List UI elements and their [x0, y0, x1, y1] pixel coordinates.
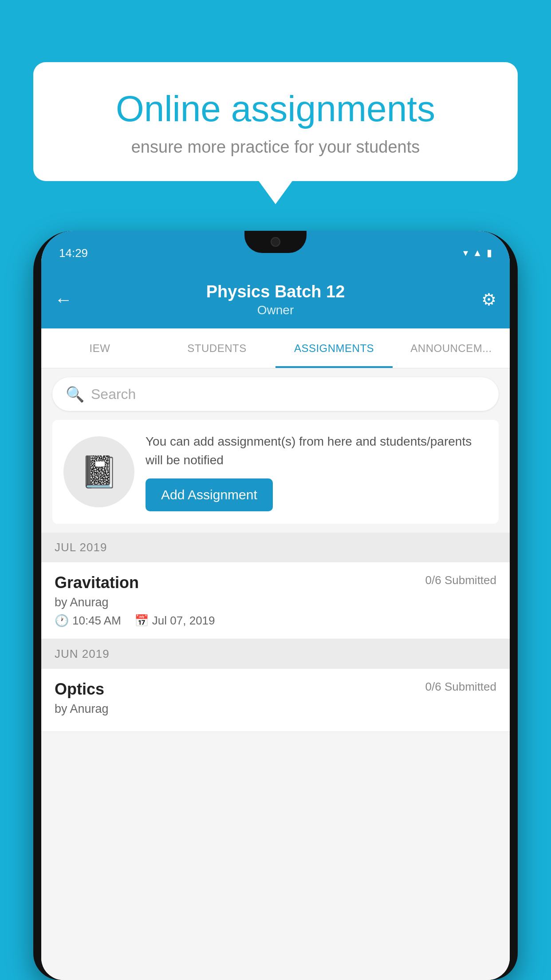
clock-icon: 🕐: [55, 614, 69, 628]
header-title-container: Physics Batch 12 Owner: [206, 282, 345, 317]
status-bar: 14:29 ▾ ▲ ▮: [41, 231, 510, 271]
assignment-author: by Anurag: [55, 596, 496, 609]
speech-bubble: Online assignments ensure more practice …: [33, 62, 518, 181]
back-button[interactable]: ←: [55, 290, 72, 310]
assignment-name: Gravitation: [55, 573, 139, 592]
assignment-submitted-optics: 0/6 Submitted: [425, 680, 496, 694]
assignment-top-row-optics: Optics 0/6 Submitted: [55, 680, 496, 699]
promo-text-container: You can add assignment(s) from here and …: [146, 432, 488, 511]
settings-icon[interactable]: ⚙: [481, 290, 496, 309]
promo-description: You can add assignment(s) from here and …: [146, 432, 488, 470]
status-time: 14:29: [59, 246, 88, 260]
section-header-jul: JUL 2019: [41, 533, 510, 562]
phone-frame: 14:29 ▾ ▲ ▮ ← Physics Batch 12 Owner ⚙ I…: [33, 231, 518, 980]
header-subtitle: Owner: [206, 303, 345, 317]
assignment-author-optics: by Anurag: [55, 702, 496, 716]
meta-date: 📅 Jul 07, 2019: [134, 614, 215, 628]
assignment-time: 10:45 AM: [72, 614, 121, 628]
speech-bubble-subtitle: ensure more practice for your students: [69, 138, 482, 157]
add-assignment-button[interactable]: Add Assignment: [146, 478, 273, 511]
content-area: 🔍 Search 📓 You can add assignment(s) fro…: [41, 368, 510, 980]
tab-iew[interactable]: IEW: [41, 328, 158, 368]
assignment-date: Jul 07, 2019: [152, 614, 215, 628]
phone-screen: 14:29 ▾ ▲ ▮ ← Physics Batch 12 Owner ⚙ I…: [41, 231, 510, 980]
assignment-submitted: 0/6 Submitted: [425, 573, 496, 587]
assignment-name-optics: Optics: [55, 680, 104, 699]
status-icons: ▾ ▲ ▮: [463, 247, 492, 259]
section-header-jun: JUN 2019: [41, 639, 510, 669]
front-camera: [271, 237, 280, 247]
signal-icon: ▲: [472, 247, 482, 259]
meta-time: 🕐 10:45 AM: [55, 614, 121, 628]
assignment-meta: 🕐 10:45 AM 📅 Jul 07, 2019: [55, 614, 496, 628]
assignment-item-optics[interactable]: Optics 0/6 Submitted by Anurag: [41, 669, 510, 732]
promo-section: 📓 You can add assignment(s) from here an…: [52, 420, 499, 524]
calendar-icon: 📅: [134, 614, 149, 628]
header-title: Physics Batch 12: [206, 282, 345, 301]
tab-students[interactable]: STUDENTS: [158, 328, 276, 368]
notebook-icon: 📓: [80, 454, 118, 490]
app-header: ← Physics Batch 12 Owner ⚙: [41, 271, 510, 328]
battery-icon: ▮: [487, 247, 492, 259]
tab-assignments[interactable]: ASSIGNMENTS: [276, 328, 393, 368]
assignment-item-gravitation[interactable]: Gravitation 0/6 Submitted by Anurag 🕐 10…: [41, 562, 510, 639]
tabs-bar: IEW STUDENTS ASSIGNMENTS ANNOUNCEM...: [41, 328, 510, 368]
search-bar[interactable]: 🔍 Search: [52, 377, 499, 411]
notch-cutout: [244, 231, 307, 253]
tab-announcements[interactable]: ANNOUNCEM...: [393, 328, 510, 368]
speech-bubble-container: Online assignments ensure more practice …: [33, 62, 518, 181]
promo-icon-circle: 📓: [63, 436, 134, 507]
wifi-icon: ▾: [463, 247, 468, 259]
speech-bubble-title: Online assignments: [69, 89, 482, 129]
search-placeholder: Search: [91, 386, 136, 403]
search-icon: 🔍: [66, 385, 84, 403]
assignment-top-row: Gravitation 0/6 Submitted: [55, 573, 496, 592]
